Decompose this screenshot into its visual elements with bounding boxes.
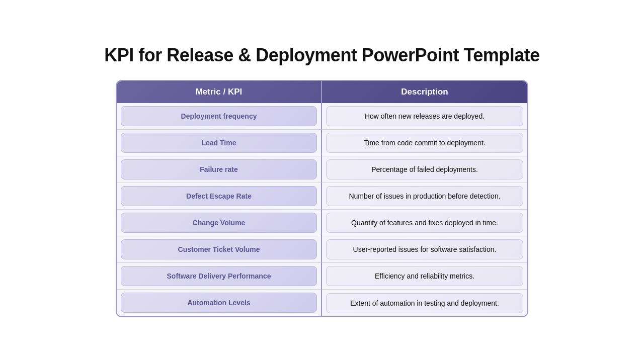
desc-cell: Percentage of failed deployments.	[326, 159, 523, 179]
header-description: Description	[322, 81, 527, 103]
kpi-table: Metric / KPI Description Deployment freq…	[116, 80, 528, 317]
header-metric: Metric / KPI	[117, 81, 322, 103]
desc-cell: Efficiency and reliability metrics.	[326, 266, 523, 286]
table-row: Software Delivery Performance	[117, 263, 322, 290]
table-row: Defect Escape Rate	[117, 183, 322, 210]
desc-cell: User-reported issues for software satisf…	[326, 239, 523, 259]
table-row: Change Volume	[117, 210, 322, 236]
kpi-cell: Software Delivery Performance	[121, 266, 317, 286]
desc-cell: Quantity of features and fixes deployed …	[326, 213, 523, 233]
table-row: Quantity of features and fixes deployed …	[322, 210, 527, 236]
desc-cell: Number of issues in production before de…	[326, 186, 523, 206]
table-row: Deployment frequency	[117, 103, 322, 130]
kpi-cell: Defect Escape Rate	[121, 186, 317, 206]
table-row: Automation Levels	[117, 290, 322, 316]
kpi-cell: Change Volume	[121, 213, 317, 233]
kpi-cell: Automation Levels	[121, 293, 317, 313]
desc-cell: Extent of automation in testing and depl…	[326, 293, 523, 313]
kpi-cell: Lead Time	[121, 133, 317, 153]
table-row: Customer Ticket Volume	[117, 236, 322, 263]
table-row: Extent of automation in testing and depl…	[322, 290, 527, 316]
table-row: Percentage of failed deployments.	[322, 156, 527, 183]
page-title: KPI for Release & Deployment PowerPoint …	[104, 45, 540, 66]
table-row: Time from code commit to deployment.	[322, 130, 527, 156]
kpi-cell: Deployment frequency	[121, 106, 317, 126]
kpi-cell: Customer Ticket Volume	[121, 239, 317, 259]
table-row: Efficiency and reliability metrics.	[322, 263, 527, 290]
table-row: Lead Time	[117, 130, 322, 156]
table-row: How often new releases are deployed.	[322, 103, 527, 130]
table-row: User-reported issues for software satisf…	[322, 236, 527, 263]
desc-cell: How often new releases are deployed.	[326, 106, 523, 126]
table-row: Number of issues in production before de…	[322, 183, 527, 210]
kpi-cell: Failure rate	[121, 159, 317, 179]
table-row: Failure rate	[117, 156, 322, 183]
table-grid: Metric / KPI Description Deployment freq…	[117, 81, 527, 316]
desc-cell: Time from code commit to deployment.	[326, 133, 523, 153]
